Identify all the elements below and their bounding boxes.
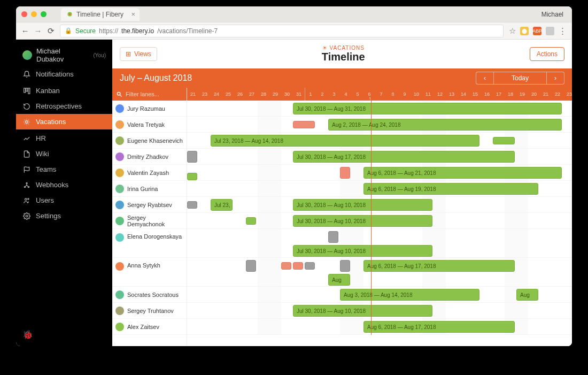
today-button[interactable]: Today	[493, 72, 547, 85]
back-button[interactable]: ←	[21, 27, 29, 35]
vacation-bar[interactable]: Aug 3, 2018 — Aug 14, 2018	[340, 289, 479, 301]
day-header-cell: 25	[222, 88, 234, 101]
vacation-bar[interactable]: Jul 30, 2018 — Aug 10, 2018	[293, 215, 432, 227]
sidebar-item-vacations[interactable]: Vacations	[16, 114, 112, 129]
vacation-bar[interactable]: Jul 30, 2018 — Aug 31, 2018	[293, 103, 562, 114]
vacation-bar[interactable]	[340, 167, 350, 179]
browser-tab[interactable]: Timeline | Fibery ×	[61, 8, 140, 21]
svg-line-10	[24, 119, 25, 120]
extension-icon[interactable]: ⬤	[520, 27, 529, 35]
timeline: Jury RazumauValera TretyakEugene Khasene…	[112, 88, 572, 346]
lane[interactable]: Socrates Socratous	[112, 287, 187, 303]
vacation-bar[interactable]	[305, 262, 315, 270]
tab-title: Timeline | Fibery	[76, 11, 123, 18]
lane-name: Elena Dorogenskaya	[127, 233, 182, 240]
vacation-bar[interactable]	[187, 173, 197, 180]
lane[interactable]: Eugene Khasenevich	[112, 133, 187, 149]
lane-name: Sergey Demyachonok	[127, 215, 183, 227]
hook-icon	[22, 181, 30, 189]
vacation-bar[interactable]	[187, 151, 197, 163]
sidebar-item-retrospectives[interactable]: Retrospectives	[16, 98, 112, 114]
sidebar-user[interactable]: Michael Dubakov (You)	[16, 44, 112, 66]
lane[interactable]: Sergey Demyachonok	[112, 213, 187, 229]
forward-button[interactable]: →	[34, 27, 42, 35]
vacation-bar[interactable]: Jul 30, 2018 — Aug 10, 2018	[293, 199, 432, 211]
search-icon	[117, 91, 122, 97]
vacation-bar[interactable]	[281, 262, 291, 270]
lane[interactable]: Irina Gurina	[112, 181, 187, 197]
day-header-cell: 30	[281, 88, 293, 101]
lane-name: Irina Gurina	[127, 186, 158, 192]
svg-line-13	[28, 119, 29, 120]
sidebar-item-teams[interactable]: Teams	[16, 162, 112, 177]
views-button[interactable]: ⊞ Views	[120, 47, 157, 61]
vacation-bar[interactable]: Jul 30, 2018 — Aug 17, 2018	[293, 151, 515, 163]
svg-line-11	[28, 124, 29, 124]
vacation-bar[interactable]	[187, 201, 197, 209]
nav-label: Webhooks	[36, 181, 68, 189]
lane-avatar	[115, 169, 124, 177]
vacation-bar[interactable]: Aug 6, 2018 — Aug 17, 2018	[363, 321, 515, 333]
minimize-window-button[interactable]	[31, 11, 37, 17]
vacation-bar[interactable]: Jul 23, 2018 — Aug 14, 2018	[211, 135, 479, 147]
vacation-bar[interactable]: Jul 23, 20	[211, 199, 233, 211]
vacation-bar[interactable]	[293, 262, 303, 270]
bookmark-icon[interactable]: ☆	[509, 26, 516, 36]
menu-icon[interactable]: ⋮	[559, 26, 567, 36]
maximize-window-button[interactable]	[41, 11, 47, 17]
prev-range-button[interactable]: ‹	[476, 72, 493, 85]
address-bar[interactable]: 🔒 Secure https://the.fibery.io/vacations…	[60, 25, 504, 37]
day-header-cell: 15	[469, 88, 481, 101]
sun-icon	[22, 118, 30, 126]
vacation-bar[interactable]	[246, 217, 256, 225]
url-bar: ← → ⟳ 🔒 Secure https://the.fibery.io/vac…	[16, 22, 572, 40]
sidebar-item-notifications[interactable]: Notifications	[16, 66, 112, 82]
sidebar-item-settings[interactable]: Settings	[16, 208, 112, 224]
breadcrumb[interactable]: ☀ VACATIONS	[157, 45, 530, 51]
lane[interactable]: Dmitry Zhadkov	[112, 149, 187, 165]
vacation-bar[interactable]: Aug 2, 2018 — Aug 24, 2018	[328, 119, 562, 131]
close-window-button[interactable]	[21, 11, 27, 17]
lane[interactable]: Jury Razumau	[112, 101, 187, 117]
vacation-bar[interactable]: Aug	[516, 289, 538, 301]
abp-extension-icon[interactable]: ABP	[533, 27, 541, 35]
lane[interactable]: Sergey Truhtanov	[112, 303, 187, 319]
day-header-cell: 26	[234, 88, 246, 101]
page-title: Timeline	[157, 51, 530, 63]
next-range-button[interactable]: ›	[547, 72, 564, 85]
extension-icon[interactable]	[546, 27, 554, 35]
vacation-bar[interactable]	[328, 231, 338, 243]
lane[interactable]: Elena Dorogenskaya	[112, 229, 187, 258]
vacation-bar[interactable]: Aug 6, 2018 — Aug 17, 2018	[363, 260, 515, 272]
sidebar-item-hr[interactable]: HR	[16, 131, 112, 146]
vacation-bar[interactable]	[293, 121, 315, 128]
filter-input[interactable]	[126, 91, 179, 97]
lane[interactable]: Anna Sytykh	[112, 258, 187, 287]
vacation-bar[interactable]: Aug 6, 2018 — Aug 19, 2018	[363, 183, 538, 195]
vacation-bar[interactable]: Aug	[328, 274, 350, 286]
reload-button[interactable]: ⟳	[47, 27, 55, 35]
timeline-grid[interactable]: 2123242526272829303112345678910111213141…	[187, 88, 572, 346]
svg-point-17	[25, 198, 27, 200]
bug-icon[interactable]: 🐞	[22, 330, 33, 340]
vacation-bar[interactable]	[340, 260, 350, 272]
sidebar-item-users[interactable]: Users	[16, 193, 112, 208]
sidebar-item-webhooks[interactable]: Webhooks	[16, 177, 112, 193]
day-header-cell: 4	[340, 88, 352, 101]
vacation-bar[interactable]	[493, 137, 515, 144]
sidebar-item-wiki[interactable]: Wiki	[16, 146, 112, 162]
lane[interactable]: Sergey Ryabtsev	[112, 197, 187, 213]
lane[interactable]: Valera Tretyak	[112, 117, 187, 133]
day-header-cell: 5	[352, 88, 363, 101]
vacation-bar[interactable]: Aug 6, 2018 — Aug 21, 2018	[363, 167, 562, 179]
vacation-bar[interactable]: Jul 30, 2018 — Aug 10, 2018	[293, 305, 432, 317]
vacation-bar[interactable]	[246, 260, 256, 272]
profile-name[interactable]: Michael	[541, 11, 567, 18]
sidebar-item-kanban[interactable]: Kanban	[16, 83, 112, 98]
vacation-bar[interactable]: Jul 30, 2018 — Aug 10, 2018	[293, 245, 432, 257]
lane[interactable]: Alex Zaitsev	[112, 319, 187, 335]
chrome-tab-bar: Timeline | Fibery × Michael	[16, 6, 572, 22]
close-tab-icon[interactable]: ×	[131, 10, 135, 18]
lane[interactable]: Valentin Zayash	[112, 165, 187, 181]
actions-button[interactable]: Actions	[530, 47, 564, 61]
